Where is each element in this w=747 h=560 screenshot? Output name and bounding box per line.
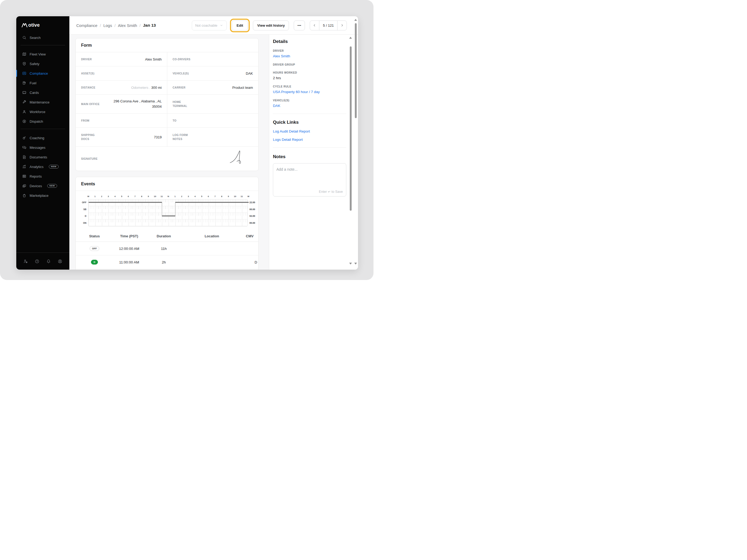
breadcrumb-alex-smith[interactable]: Alex Smith: [118, 23, 137, 28]
sidebar: otive Search Fleet ViewSafetyComplianceF…: [16, 16, 69, 270]
more-actions-button[interactable]: •••: [294, 21, 305, 30]
sidebar-item-workforce[interactable]: Workforce: [16, 107, 69, 116]
details-title: Details: [273, 39, 346, 44]
form-field-to: TO: [167, 114, 258, 128]
sidebar-item-label: Messages: [30, 145, 45, 150]
breadcrumb-separator: /: [100, 23, 101, 28]
hos-hour-label: M: [87, 195, 89, 197]
sidebar-item-messages[interactable]: Messages: [16, 143, 69, 152]
vehicle-link[interactable]: DAK: [246, 72, 253, 76]
sidebar-item-label: Marketplace: [30, 194, 49, 197]
events-table-header: StatusTime (PST)DurationLocationCMV: [76, 231, 258, 242]
form-field-from: FROM: [76, 114, 167, 128]
sidebar-item-compliance[interactable]: Compliance: [16, 69, 69, 78]
sidebar-item-label: Reports: [30, 175, 42, 179]
quick-link-logs-detail-report[interactable]: Logs Detail Report: [273, 138, 346, 141]
hos-hour-label: 8: [141, 195, 142, 197]
hos-hour-label: 5: [121, 195, 122, 197]
window-scrollbar-down-arrow[interactable]: [354, 263, 357, 265]
details-driver-link[interactable]: Alex Smith: [273, 54, 346, 58]
note-input[interactable]: Add a note... Enter ↵ to Save: [273, 163, 346, 196]
edit-button[interactable]: Edit: [232, 21, 248, 30]
app-window: otive Search Fleet ViewSafetyComplianceF…: [16, 16, 358, 270]
column-header-time-pst: Time (PST): [113, 234, 145, 238]
form-card-title: Form: [76, 38, 258, 52]
sidebar-item-devices[interactable]: DevicesNEW: [16, 181, 69, 191]
window-scrollbar-up-arrow[interactable]: [354, 19, 357, 21]
hos-hour-label: 2: [101, 195, 102, 197]
sidebar-item-dispatch[interactable]: Dispatch: [16, 116, 69, 126]
hos-hour-label: 10: [154, 195, 156, 197]
details-driver-group-label: DRIVER GROUP: [273, 63, 346, 66]
breadcrumb-separator: /: [114, 23, 115, 28]
sidebar-item-analytics[interactable]: AnalyticsNEW: [16, 162, 69, 171]
sidebar-item-documents[interactable]: Documents: [16, 152, 69, 162]
field-label: DRIVER: [81, 57, 106, 61]
hos-hour-label: 11: [161, 195, 163, 197]
map-icon: [22, 52, 26, 56]
help-icon[interactable]: [35, 259, 40, 264]
column-header-cmv: CMV: [241, 234, 258, 238]
notes-title: Notes: [273, 154, 346, 159]
hos-status-label: SB: [79, 206, 88, 213]
sidebar-item-label: Cards: [30, 91, 39, 95]
breadcrumb: Compliance/Logs/Alex Smith/Jan 13: [76, 23, 189, 28]
breadcrumb-separator: /: [139, 23, 140, 28]
sidebar-item-reports[interactable]: Reports: [16, 171, 69, 181]
view-edit-history-button[interactable]: View edit history: [253, 21, 289, 30]
main-content: Form DRIVER Alex Smith CO-DRIVERS ASSET(…: [69, 35, 269, 270]
field-label: SIGNATURE: [81, 157, 106, 161]
new-badge: NEW: [47, 184, 57, 188]
events-table-body: OFF12:00:00 AM11hD11:00:00 AM2hD: [76, 242, 258, 269]
field-label: DISTANCE: [81, 86, 106, 89]
sidebar-item-label: Devices: [30, 184, 42, 188]
details-cycle-rule-link[interactable]: USA Property 60 hour / 7 day: [273, 90, 346, 94]
not-coachable-dropdown[interactable]: Not coachable: [192, 21, 227, 30]
sidebar-item-fleet-view[interactable]: Fleet View: [16, 49, 69, 59]
sidebar-item-search[interactable]: Search: [16, 33, 69, 43]
motive-m-icon: [22, 23, 28, 27]
hos-hour-label: 9: [148, 195, 149, 197]
column-header-location: Location: [182, 234, 241, 238]
events-table-row[interactable]: D11:00:00 AM2hD: [76, 256, 258, 269]
notifications-icon[interactable]: [46, 259, 51, 264]
sidebar-footer: [16, 252, 69, 270]
events-table-row[interactable]: OFF12:00:00 AM11h: [76, 242, 258, 256]
hos-hour-label: N: [168, 195, 169, 197]
breadcrumb-compliance[interactable]: Compliance: [76, 23, 97, 28]
event-duration: 2h: [145, 260, 182, 264]
hos-status-total: 02.00: [248, 213, 258, 220]
hos-status-label: OFF: [79, 199, 88, 206]
sidebar-item-cards[interactable]: Cards: [16, 88, 69, 97]
chevron-right-icon: [340, 24, 344, 27]
form-field-main-office: MAIN OFFICE 296 Corona Ave , Alabama , A…: [76, 95, 167, 113]
details-scrollbar-thumb[interactable]: [350, 46, 352, 211]
quick-link-log-audit-detail-report[interactable]: Log Audit Detail Report: [273, 129, 346, 133]
bag-icon: [22, 193, 26, 197]
topbar: Compliance/Logs/Alex Smith/Jan 13 Not co…: [69, 16, 358, 35]
compliance-icon: [22, 71, 26, 76]
devices-icon: [22, 184, 26, 188]
sidebar-item-maintenance[interactable]: Maintenance: [16, 97, 69, 107]
details-vehicle-link[interactable]: DAK: [273, 104, 346, 108]
account-icon[interactable]: [58, 259, 62, 264]
sidebar-item-label: Safety: [30, 62, 40, 66]
previous-log-button[interactable]: [310, 21, 319, 30]
log-pagination: 5 / 121: [310, 21, 347, 30]
details-scrollbar-down-arrow[interactable]: [349, 263, 352, 265]
sidebar-item-safety[interactable]: Safety: [16, 59, 69, 69]
sidebar-item-marketplace[interactable]: Marketplace: [16, 191, 69, 200]
next-log-button[interactable]: [337, 21, 346, 30]
details-scrollbar-up-arrow[interactable]: [349, 37, 352, 39]
sidebar-item-coaching[interactable]: Coaching: [16, 133, 69, 143]
form-field-co-drivers: CO-DRIVERS: [167, 52, 258, 66]
field-label: MAIN OFFICE: [81, 102, 106, 106]
user-settings-icon[interactable]: [23, 259, 28, 264]
sidebar-item-label: Workforce: [30, 110, 45, 114]
sidebar-item-fuel[interactable]: Fuel: [16, 78, 69, 88]
hos-duty-status-chart: M1234567891011N1234567891011M OFFSBDON 2…: [76, 191, 258, 230]
page-total: 121: [328, 24, 334, 27]
breadcrumb-logs[interactable]: Logs: [103, 23, 112, 28]
new-badge: NEW: [49, 165, 58, 168]
window-scrollbar-thumb[interactable]: [355, 23, 357, 118]
